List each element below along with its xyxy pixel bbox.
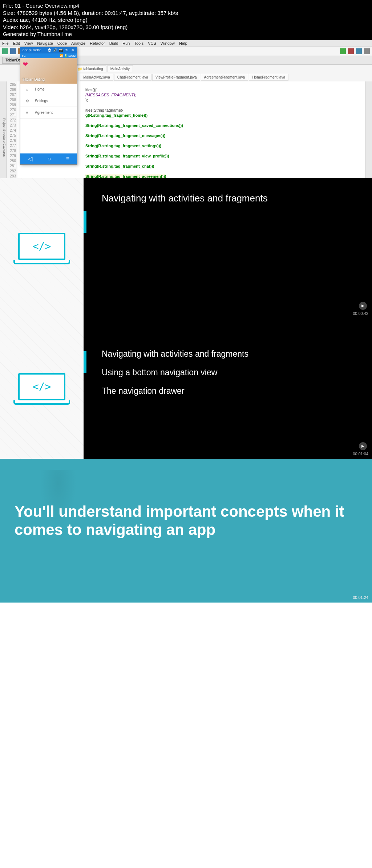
laptop-code-icon: </> [18,233,65,265]
play-icon[interactable]: ▶ [359,442,367,450]
menu-bar: File Edit View Navigate Code Analyze Ref… [0,40,372,47]
nav-drawer-header: ❤ Tabian Dating [20,58,77,84]
home-icon: ⌂ [25,87,30,91]
gutter-line-numbers: 265266267 268269270 271272273 274275276 … [7,81,17,190]
file-audio-line: Audio: aac, 44100 Hz, stereo (eng) [3,16,369,24]
app-title: Tabian Dating [23,77,45,81]
slide-bullet: The navigation drawer [102,386,354,396]
slide-heading: Navigating with activities and fragments [102,193,354,204]
menu-window[interactable]: Window [161,41,175,45]
menu-file[interactable]: File [2,41,9,45]
android-status-bar: 5G 📶 🔋 10:22 [20,53,77,58]
close-icon[interactable]: ✕ [70,48,75,52]
breadcrumb-item[interactable]: MainActivity [107,65,133,72]
timestamp: 00:00:42 [353,311,368,316]
course-slide-3: You'll understand important concepts whe… [0,459,372,603]
generated-by-line: Generated by Thumbnail me [3,31,369,38]
slide-content: Navigating with activities and fragments… [84,319,372,459]
nav-label: Settings [35,99,48,103]
nav-label: Agreement [35,111,53,115]
emulator-device-name: oneplusone [23,48,41,52]
menu-tools[interactable]: Tools [134,41,143,45]
file-video-line: Video: h264, yuv420p, 1280x720, 30.00 fp… [3,24,369,31]
right-tool-strip[interactable] [365,81,372,194]
back-button[interactable]: ◁ [28,155,32,162]
slide-decoration-panel: </> [0,319,84,459]
rotate-icon[interactable]: ⟲ [65,48,69,52]
nav-item-agreement[interactable]: ≡ Agreement [20,107,77,119]
nav-drawer-menu: ⌂ Home ⚙ Settings ≡ Agreement [20,84,77,119]
sdk-icon[interactable] [364,48,370,54]
slide-content: Navigating with activities and fragments… [84,178,372,319]
avd-icon[interactable] [356,48,362,54]
accent-bar [84,211,86,233]
file-name-line: File: 01 - Course Overview.mp4 [3,2,369,9]
signal-indicator: 5G [22,54,26,57]
file-tab[interactable]: AgreementFragment.java [201,74,248,81]
course-slide-1: </> Navigating with activities and fragm… [0,178,372,319]
menu-build[interactable]: Build [109,41,118,45]
gear-icon: ⚙ [25,99,30,103]
debug-icon[interactable] [348,48,354,54]
instructor-image [36,470,80,535]
laptop-code-icon: </> [18,373,65,406]
menu-run[interactable]: Run [122,41,130,45]
file-size-line: Size: 4780529 bytes (4.56 MiB), duration… [3,9,369,17]
open-icon[interactable] [2,48,8,54]
recents-button[interactable]: ≡ [66,156,69,162]
menu-view[interactable]: View [24,41,33,45]
accent-bar [84,351,86,373]
nav-item-settings[interactable]: ⚙ Settings [20,95,77,107]
menu-help[interactable]: Help [179,41,187,45]
file-tab[interactable]: ChatFragment.java [114,74,151,81]
file-tab[interactable]: HomeFragment.java [249,74,288,81]
camera-icon[interactable]: 📷 [59,48,63,52]
menu-analyze[interactable]: Analyze [71,41,85,45]
file-metadata-header: File: 01 - Course Overview.mp4 Size: 478… [0,0,372,40]
menu-code[interactable]: Code [57,41,67,45]
slide-bullet: Using a bottom navigation view [102,368,354,377]
timestamp: 00:01:24 [353,595,368,600]
clock-display: 📶 🔋 10:22 [60,54,76,57]
emulator-titlebar[interactable]: oneplusone ⏻ 🔊 📷 ⟲ ✕ [20,47,77,53]
play-icon[interactable]: ▶ [359,302,367,310]
android-nav-bar: ◁ ○ ≡ [20,153,77,164]
home-button[interactable]: ○ [47,156,51,162]
slide-decoration-panel: </> [0,178,84,319]
file-tab[interactable]: ViewProfileFragment.java [152,74,200,81]
android-emulator-window[interactable]: oneplusone ⏻ 🔊 📷 ⟲ ✕ 5G 📶 🔋 10:22 ❤ Tabi… [20,47,77,165]
heart-icon: ❤ [23,60,75,68]
left-tool-strip[interactable]: Project Structure Captures [0,81,7,194]
menu-navigate[interactable]: Navigate [37,41,53,45]
run-icon[interactable] [340,48,346,54]
file-tab[interactable]: MainActivity.java [80,74,113,81]
course-slide-2: </> Navigating with activities and fragm… [0,319,372,459]
document-icon: ≡ [25,111,30,115]
save-icon[interactable] [10,48,16,54]
nav-item-home[interactable]: ⌂ Home [20,84,77,95]
power-icon[interactable]: ⏻ [47,48,52,52]
menu-vcs[interactable]: VCS [148,41,156,45]
nav-label: Home [35,87,45,91]
breadcrumb-item[interactable]: 📁 tabiandating [74,65,106,72]
menu-edit[interactable]: Edit [13,41,20,45]
slide-bullet: Navigating with activities and fragments [102,349,354,359]
menu-refactor[interactable]: Refactor [90,41,105,45]
android-studio-ide: File Edit View Navigate Code Analyze Ref… [0,40,372,178]
volume-icon[interactable]: 🔊 [53,48,57,52]
timestamp: 00:01:04 [353,452,368,456]
